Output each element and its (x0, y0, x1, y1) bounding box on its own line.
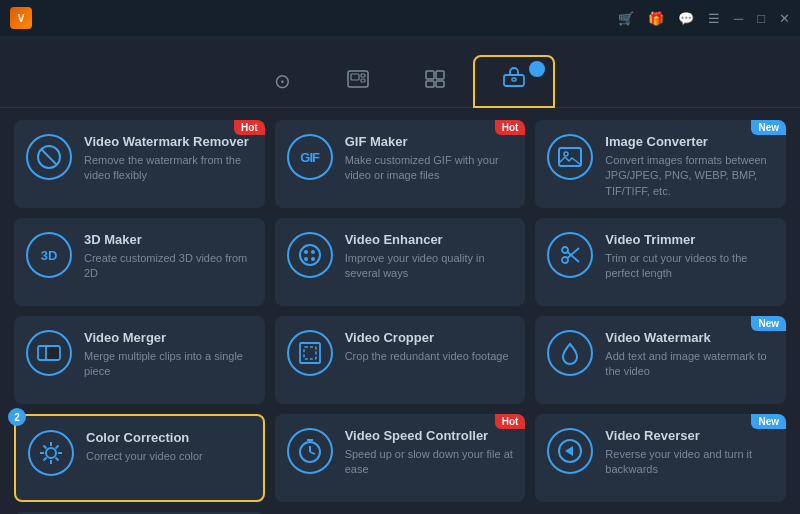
tool-info-video-reverser: Video ReverserReverse your video and tur… (605, 428, 774, 478)
tools-grid: HotVideo Watermark RemoverRemove the wat… (0, 108, 800, 514)
tool-desc-color-correction: Correct your video color (86, 449, 251, 464)
tool-info-video-trimmer: Video TrimmerTrim or cut your videos to … (605, 232, 774, 282)
tool-info-video-speed-controller: Video Speed ControllerSpeed up or slow d… (345, 428, 514, 478)
maximize-icon[interactable]: □ (757, 11, 765, 26)
tool-name-video-merger: Video Merger (84, 330, 253, 345)
badge-image-converter: New (751, 120, 786, 135)
tool-card-video-reverser[interactable]: NewVideo ReverserReverse your video and … (535, 414, 786, 502)
badge-video-speed-controller: Hot (495, 414, 526, 429)
tool-info-video-cropper: Video CropperCrop the redundant video fo… (345, 330, 514, 364)
svg-rect-6 (426, 81, 434, 87)
tool-info-video-watermark: Video WatermarkAdd text and image waterm… (605, 330, 774, 380)
tab-toolbox[interactable] (473, 55, 555, 108)
tool-icon-video-watermark (547, 330, 593, 376)
svg-rect-1 (351, 74, 359, 80)
tool-desc-video-watermark-remover: Remove the watermark from the video flex… (84, 153, 253, 184)
mv-icon (347, 70, 369, 91)
badge-video-reverser: New (751, 414, 786, 429)
tool-card-video-watermark[interactable]: NewVideo WatermarkAdd text and image wat… (535, 316, 786, 404)
tool-card-image-converter[interactable]: NewImage ConverterConvert images formats… (535, 120, 786, 208)
tool-name-video-trimmer: Video Trimmer (605, 232, 774, 247)
svg-line-35 (44, 458, 47, 461)
tool-info-3d-maker: 3D MakerCreate customized 3D video from … (84, 232, 253, 282)
tool-name-3d-maker: 3D Maker (84, 232, 253, 247)
tool-card-video-speed-controller[interactable]: HotVideo Speed ControllerSpeed up or slo… (275, 414, 526, 502)
tool-desc-gif-maker: Make customized GIF with your video or i… (345, 153, 514, 184)
tool-card-video-watermark-remover[interactable]: HotVideo Watermark RemoverRemove the wat… (14, 120, 265, 208)
tool-icon-video-speed-controller (287, 428, 333, 474)
tool-info-video-merger: Video MergerMerge multiple clips into a … (84, 330, 253, 380)
converter-icon: ⊙ (274, 71, 291, 91)
svg-line-34 (56, 446, 59, 449)
tool-desc-video-merger: Merge multiple clips into a single piece (84, 349, 253, 380)
tool-icon-video-watermark-remover (26, 134, 72, 180)
tool-desc-video-trimmer: Trim or cut your videos to the perfect l… (605, 251, 774, 282)
badge-gif-maker: Hot (495, 120, 526, 135)
badge-video-watermark-remover: Hot (234, 120, 265, 135)
cart-icon[interactable]: 🛒 (618, 11, 634, 26)
svg-rect-9 (512, 78, 516, 81)
menu-icon[interactable]: ☰ (708, 11, 720, 26)
tab-mv[interactable] (319, 60, 397, 107)
tool-icon-video-trimmer (547, 232, 593, 278)
tool-icon-3d-maker: 3D (26, 232, 72, 278)
minimize-icon[interactable]: ─ (734, 11, 743, 26)
collage-icon (425, 70, 445, 91)
svg-line-32 (44, 446, 47, 449)
tool-name-video-speed-controller: Video Speed Controller (345, 428, 514, 443)
title-bar: V 🛒 🎁 💬 ☰ ─ □ ✕ (0, 0, 800, 36)
tool-name-video-watermark-remover: Video Watermark Remover (84, 134, 253, 149)
tool-card-video-enhancer[interactable]: Video EnhancerImprove your video quality… (275, 218, 526, 306)
tool-name-color-correction: Color Correction (86, 430, 251, 445)
tool-icon-video-merger (26, 330, 72, 376)
svg-point-19 (562, 257, 568, 263)
tool-info-gif-maker: GIF MakerMake customized GIF with your v… (345, 134, 514, 184)
highlight-badge-color-correction: 2 (8, 408, 26, 426)
svg-rect-4 (426, 71, 434, 79)
tool-desc-video-reverser: Reverse your video and turn it backwards (605, 447, 774, 478)
tool-card-video-trimmer[interactable]: Video TrimmerTrim or cut your videos to … (535, 218, 786, 306)
tool-desc-video-enhancer: Improve your video quality in several wa… (345, 251, 514, 282)
toolbox-icon (503, 67, 525, 90)
svg-point-20 (562, 247, 568, 253)
tool-card-video-cropper[interactable]: Video CropperCrop the redundant video fo… (275, 316, 526, 404)
tool-info-color-correction: Color CorrectionCorrect your video color (86, 430, 251, 464)
svg-rect-7 (436, 81, 444, 87)
svg-line-33 (56, 458, 59, 461)
tool-card-gif-maker[interactable]: HotGIFGIF MakerMake customized GIF with … (275, 120, 526, 208)
tab-converter[interactable]: ⊙ (246, 61, 319, 107)
svg-point-15 (304, 250, 308, 254)
close-icon[interactable]: ✕ (779, 11, 790, 26)
tool-info-video-watermark-remover: Video Watermark RemoverRemove the waterm… (84, 134, 253, 184)
title-bar-left: V (10, 7, 40, 29)
chat-icon[interactable]: 💬 (678, 11, 694, 26)
tool-name-gif-maker: GIF Maker (345, 134, 514, 149)
svg-rect-5 (436, 71, 444, 79)
tool-card-3d-maker[interactable]: 3D3D MakerCreate customized 3D video fro… (14, 218, 265, 306)
tool-card-video-merger[interactable]: Video MergerMerge multiple clips into a … (14, 316, 265, 404)
svg-rect-26 (304, 347, 316, 359)
toolbox-badge (529, 61, 545, 77)
tab-collage[interactable] (397, 60, 473, 107)
tool-desc-video-cropper: Crop the redundant video footage (345, 349, 514, 364)
nav-bar: ⊙ (0, 36, 800, 108)
tool-name-video-reverser: Video Reverser (605, 428, 774, 443)
app-logo: V (10, 7, 32, 29)
tool-card-color-correction[interactable]: 2Color CorrectionCorrect your video colo… (14, 414, 265, 502)
tool-icon-image-converter (547, 134, 593, 180)
svg-point-17 (304, 257, 308, 261)
tool-desc-image-converter: Convert images formats between JPG/JPEG,… (605, 153, 774, 199)
gift-icon[interactable]: 🎁 (648, 11, 664, 26)
tool-name-video-watermark: Video Watermark (605, 330, 774, 345)
tool-icon-color-correction (28, 430, 74, 476)
tool-name-video-cropper: Video Cropper (345, 330, 514, 345)
tool-desc-video-speed-controller: Speed up or slow down your file at ease (345, 447, 514, 478)
tool-icon-video-cropper (287, 330, 333, 376)
svg-rect-2 (361, 74, 365, 77)
svg-rect-24 (46, 346, 60, 360)
svg-point-14 (300, 245, 320, 265)
tool-name-image-converter: Image Converter (605, 134, 774, 149)
tool-info-image-converter: Image ConverterConvert images formats be… (605, 134, 774, 199)
tool-icon-gif-maker: GIF (287, 134, 333, 180)
tool-icon-video-enhancer (287, 232, 333, 278)
